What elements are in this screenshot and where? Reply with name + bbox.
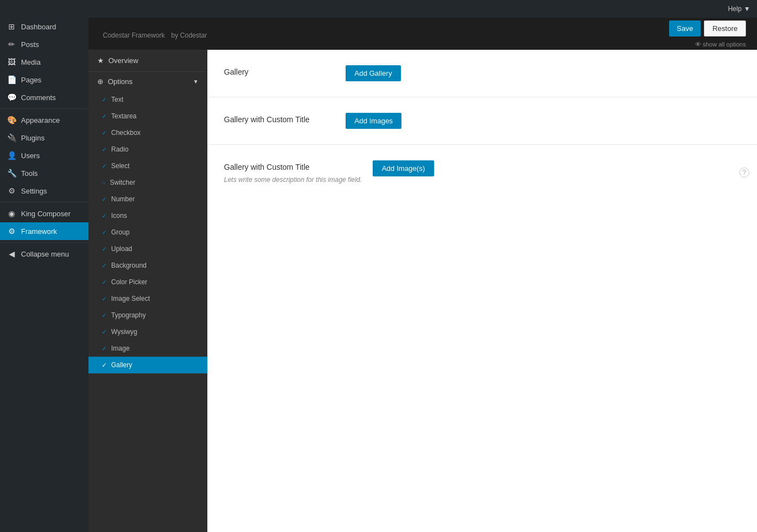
fw-nav-item-label: Typography (111, 311, 146, 319)
show-all-options[interactable]: 👁 show all options (695, 41, 746, 48)
sidebar-item-label: Pages (21, 76, 41, 84)
posts-icon: ✏ (7, 40, 17, 49)
wp-layout: ⊞ Dashboard ✏ Posts 🖼 Media 📄 Pages 💬 Co… (0, 18, 757, 532)
framework-body: ★ Overview ⊕ Options ▼ ✓ Text ✓ Textarea (88, 50, 757, 532)
sidebar-item-posts[interactable]: ✏ Posts (0, 35, 88, 53)
fw-nav-item-color-picker[interactable]: ✓ Color Picker (88, 274, 207, 290)
help-circle-icon[interactable]: ? (739, 168, 749, 178)
wp-content: Codestar Framework by Codestar Save Rest… (88, 18, 757, 532)
appearance-icon: 🎨 (7, 116, 17, 124)
fw-nav-section-options: ⊕ Options ▼ ✓ Text ✓ Textarea ✓ Checkbox… (88, 72, 207, 374)
check-icon: ✓ (102, 113, 107, 120)
sidebar-item-plugins[interactable]: 🔌 Plugins (0, 129, 88, 147)
fw-nav-item-textarea[interactable]: ✓ Textarea (88, 108, 207, 124)
framework-title-text: Codestar Framework (103, 32, 165, 39)
fw-nav-item-switcher[interactable]: ○ Switcher (88, 174, 207, 191)
fw-nav-item-select[interactable]: ✓ Select (88, 158, 207, 174)
options-plus-icon: ⊕ (97, 77, 103, 86)
fw-nav-item-image[interactable]: ✓ Image (88, 340, 207, 357)
sidebar-item-framework[interactable]: ⚙ Framework (0, 222, 88, 240)
check-icon: ✓ (102, 345, 107, 352)
collapse-arrow-icon: ▼ (193, 79, 199, 85)
check-icon: ✓ (102, 212, 107, 220)
check-icon: ✓ (102, 196, 107, 203)
fw-nav-item-label: Group (111, 228, 129, 236)
show-all-label: show all options (703, 41, 746, 48)
check-icon: ✓ (102, 96, 107, 103)
admin-bar: Help ▼ (0, 0, 757, 18)
sidebar-item-label: Users (21, 152, 40, 160)
king-composer-icon: ◉ (7, 209, 17, 218)
sidebar-item-label: Framework (21, 227, 57, 236)
sidebar-item-pages[interactable]: 📄 Pages (0, 71, 88, 88)
fw-nav-item-typography[interactable]: ✓ Typography (88, 307, 207, 324)
restore-button[interactable]: Restore (704, 20, 746, 36)
framework-header: Codestar Framework by Codestar Save Rest… (88, 18, 757, 50)
check-icon: ✓ (102, 146, 107, 153)
sidebar-item-settings[interactable]: ⚙ Settings (0, 182, 88, 200)
fw-nav-overview[interactable]: ★ Overview (88, 50, 207, 72)
fw-nav-item-wysiwyg[interactable]: ✓ Wysiwyg (88, 324, 207, 340)
fw-main: GalleryAdd GalleryGallery with Custom Ti… (207, 50, 757, 532)
fw-nav-item-label: Color Picker (111, 278, 147, 286)
gallery-btn-2[interactable]: Add Images (346, 113, 401, 129)
overview-star-icon: ★ (97, 56, 104, 65)
fw-nav-item-image-select[interactable]: ✓ Image Select (88, 290, 207, 307)
sidebar-divider (0, 108, 88, 109)
sidebar-divider-2 (0, 202, 88, 202)
sidebar-item-media[interactable]: 🖼 Media (0, 53, 88, 71)
sidebar-divider-3 (0, 242, 88, 243)
fw-nav-item-upload[interactable]: ✓ Upload (88, 241, 207, 257)
overview-label: Overview (108, 56, 138, 65)
tools-icon: 🔧 (7, 169, 17, 178)
framework-subtitle: by Codestar (171, 32, 207, 39)
header-btn-row: Save Restore (669, 20, 746, 36)
fw-nav-item-label: Textarea (111, 112, 137, 120)
fw-nav-item-label: Select (111, 162, 129, 170)
sidebar-item-label: Settings (21, 187, 47, 195)
sidebar-item-label: Tools (21, 169, 38, 178)
fw-nav-item-label: Image (111, 345, 129, 352)
fw-nav-item-radio[interactable]: ✓ Radio (88, 141, 207, 158)
sidebar-item-label: Appearance (21, 116, 60, 124)
fw-nav-item-label: Radio (111, 145, 128, 153)
framework-title: Codestar Framework by Codestar (100, 28, 207, 40)
collapse-icon: ◀ (7, 249, 17, 258)
sidebar-item-tools[interactable]: 🔧 Tools (0, 164, 88, 182)
pages-icon: 📄 (7, 75, 17, 84)
fw-nav-item-label: Switcher (110, 179, 135, 186)
gallery-btn-1[interactable]: Add Gallery (346, 65, 401, 81)
sidebar-item-appearance[interactable]: 🎨 Appearance (0, 111, 88, 129)
fw-nav-item-text[interactable]: ✓ Text (88, 91, 207, 108)
check-icon: ✓ (102, 295, 107, 302)
gallery-section-1: GalleryAdd Gallery (207, 50, 757, 97)
fw-nav-item-label: Gallery (111, 361, 132, 369)
framework-icon: ⚙ (7, 227, 17, 236)
fw-nav-item-checkbox[interactable]: ✓ Checkbox (88, 124, 207, 141)
sidebar-item-comments[interactable]: 💬 Comments (0, 88, 88, 106)
options-section-header[interactable]: ⊕ Options ▼ (88, 72, 207, 91)
fw-nav-item-background[interactable]: ✓ Background (88, 257, 207, 274)
check-icon: ✓ (102, 362, 107, 369)
sidebar-item-collapse[interactable]: ◀ Collapse menu (0, 245, 88, 263)
help-menu[interactable]: Help ▼ (728, 5, 750, 13)
gallery-label-1: Gallery (224, 65, 335, 76)
save-button[interactable]: Save (669, 20, 701, 36)
gallery-title-2: Gallery with Custom Title (224, 113, 335, 124)
sidebar-item-label: Media (21, 58, 40, 66)
help-arrow: ▼ (744, 5, 750, 13)
sidebar-item-king-composer[interactable]: ◉ King Composer (0, 205, 88, 222)
sidebar-item-users[interactable]: 👤 Users (0, 147, 88, 164)
fw-nav-item-gallery[interactable]: ✓ Gallery (88, 357, 207, 373)
gallery-title-1: Gallery (224, 65, 335, 76)
dashboard-icon: ⊞ (7, 22, 17, 31)
fw-nav-item-group[interactable]: ✓ Group (88, 224, 207, 241)
fw-nav-item-label: Background (111, 262, 147, 269)
fw-nav-item-label: Checkbox (111, 129, 140, 137)
check-icon: ✓ (102, 262, 107, 269)
fw-nav-item-number[interactable]: ✓ Number (88, 191, 207, 207)
fw-nav-item-icons[interactable]: ✓ Icons (88, 207, 207, 224)
nav-items-list: ✓ Text ✓ Textarea ✓ Checkbox ✓ Radio ✓ S… (88, 91, 207, 373)
gallery-btn-3[interactable]: Add Image(s) (373, 160, 434, 176)
sidebar-item-dashboard[interactable]: ⊞ Dashboard (0, 18, 88, 35)
